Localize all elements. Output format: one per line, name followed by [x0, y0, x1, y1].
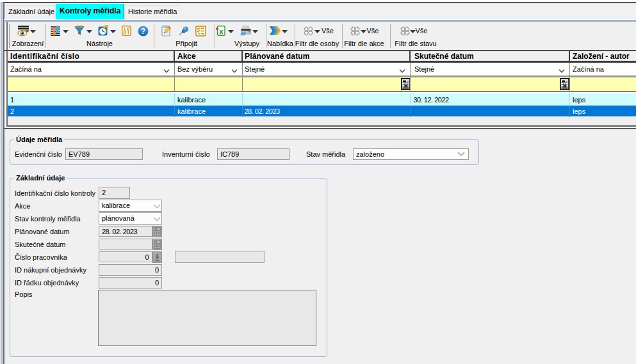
svg-text:x: x — [219, 28, 224, 35]
svg-text:?: ? — [141, 27, 145, 36]
